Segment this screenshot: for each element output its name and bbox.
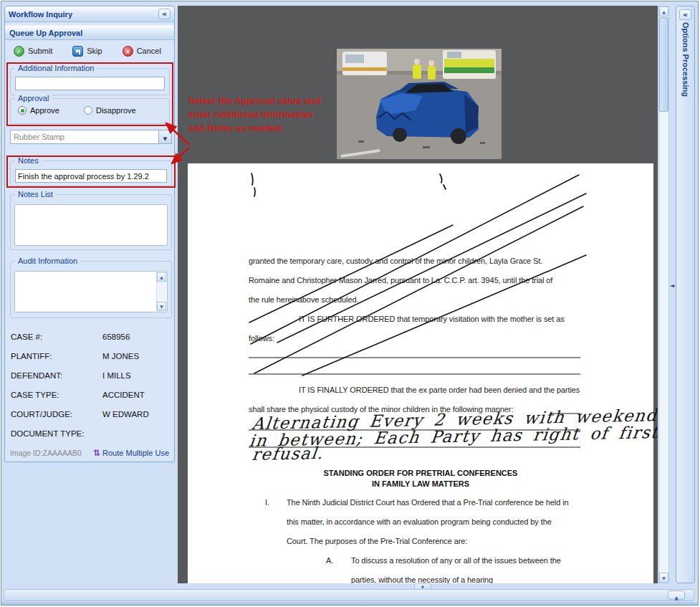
route-multiple-use-label: Route Multiple Use bbox=[102, 449, 169, 457]
additional-information-input[interactable] bbox=[15, 77, 165, 90]
window-bottom-edge bbox=[1, 602, 698, 606]
plaintiff-label: PLANTIFF: bbox=[11, 352, 102, 360]
case-number-row: CASE #: 658956 bbox=[11, 327, 170, 346]
notes-legend: Notes bbox=[15, 156, 42, 165]
submit-check-icon: ✓ bbox=[14, 46, 24, 57]
case-details: CASE #: 658956 PLANTIFF: M JONES DEFENDA… bbox=[11, 327, 170, 443]
audit-information-legend: Audit Information bbox=[15, 257, 80, 265]
disapprove-radio-dot bbox=[84, 106, 92, 115]
plaintiff-value: M JONES bbox=[102, 352, 170, 360]
scroll-down-icon[interactable]: ▼ bbox=[659, 573, 668, 583]
handwriting-line: refusal. bbox=[251, 444, 325, 464]
document-line: IT IS FURTHER ORDERED that temporary vis… bbox=[299, 315, 565, 323]
audit-information-box[interactable]: ▲ ▼ bbox=[14, 271, 168, 312]
approval-legend: Approval bbox=[15, 94, 52, 102]
skip-button[interactable]: ▶ Skip bbox=[72, 46, 102, 57]
dropdown-button[interactable]: ▼ bbox=[158, 130, 171, 143]
document-line: IT IS FINALLY ORDERED that the ex parte … bbox=[299, 386, 580, 394]
case-number-value: 658956 bbox=[102, 333, 170, 341]
notes-list-fieldset: Notes List bbox=[10, 194, 172, 250]
route-multiple-use-button[interactable]: ⇅ Route Multiple Use bbox=[93, 448, 169, 458]
collapse-up-button[interactable]: « bbox=[668, 591, 685, 600]
document-line: To discuss a resolution of any or all of… bbox=[351, 556, 561, 565]
vehicle-accident-photo bbox=[337, 49, 502, 159]
approve-label: Approve bbox=[30, 106, 59, 115]
approve-radio[interactable]: Approve bbox=[18, 106, 59, 115]
defendant-row: DEFENDANT: I MILLS bbox=[11, 365, 170, 385]
approval-radio-group: Approve Disapprove bbox=[18, 106, 136, 115]
queue-up-approval-header: Queue Up Approval bbox=[5, 25, 174, 40]
accident-photo-graphic bbox=[337, 49, 502, 159]
list-letter: A. bbox=[326, 556, 333, 565]
case-type-value: ACCIDENT bbox=[102, 391, 170, 399]
notes-fieldset: Notes bbox=[10, 161, 172, 186]
approve-radio-dot bbox=[18, 106, 27, 115]
panel-title: Workflow Inquiry bbox=[9, 10, 72, 19]
scrollbar-thumb[interactable] bbox=[659, 17, 668, 112]
collapse-left-icon[interactable]: « bbox=[158, 9, 171, 19]
court-judge-row: COURT/JUDGE: W EDWARD bbox=[11, 404, 170, 424]
court-judge-value: W EDWARD bbox=[102, 410, 170, 419]
scroll-up-icon[interactable]: ▲ bbox=[157, 272, 166, 282]
cancel-label: Cancel bbox=[137, 47, 161, 55]
plaintiff-row: PLANTIFF: M JONES bbox=[11, 346, 170, 365]
cancel-x-icon: × bbox=[123, 46, 133, 57]
approval-toolbar: ✓ Submit ▶ Skip × Cancel bbox=[5, 42, 174, 59]
cancel-button[interactable]: × Cancel bbox=[123, 46, 161, 57]
document-heading: IN FAMILY LAW MATTERS bbox=[188, 479, 653, 488]
image-id-text: Image ID:ZAAAAAB0 bbox=[10, 449, 82, 457]
document-page: granted the temporary care, custody and … bbox=[188, 163, 653, 583]
case-type-label: CASE TYPE: bbox=[11, 391, 102, 399]
panel-footer: Image ID:ZAAAAAB0 ⇅ Route Multiple Use bbox=[5, 445, 174, 461]
viewer-scrollbar[interactable]: ▲ ▼ bbox=[658, 6, 669, 583]
audit-scrollbar[interactable]: ▲ ▼ bbox=[156, 272, 166, 311]
case-type-row: CASE TYPE: ACCIDENT bbox=[11, 385, 170, 404]
rubber-stamp-value: Rubber Stamp bbox=[11, 130, 158, 143]
queue-up-approval-title: Queue Up Approval bbox=[9, 29, 82, 37]
notes-list-legend: Notes List bbox=[15, 190, 56, 199]
document-line: the rule hereinabove scheduled. bbox=[249, 295, 358, 304]
disapprove-label: Disapprove bbox=[96, 106, 136, 115]
document-heading: STANDING ORDER FOR PRETRIAL CONFERENCES bbox=[188, 469, 653, 477]
document-type-row: DOCUMENT TYPE: bbox=[11, 424, 170, 443]
bottom-bar: « bbox=[4, 589, 694, 601]
collapse-up-icon: « bbox=[673, 596, 681, 601]
additional-information-fieldset: Additional Information bbox=[10, 68, 170, 95]
skip-label: Skip bbox=[87, 47, 102, 55]
submit-button[interactable]: ✓ Submit bbox=[14, 46, 52, 57]
workflow-inquiry-header: Workflow Inquiry « bbox=[5, 6, 174, 22]
skip-icon: ▶ bbox=[72, 46, 83, 57]
case-number-label: CASE #: bbox=[11, 333, 102, 341]
scroll-down-icon[interactable]: ▼ bbox=[157, 302, 166, 311]
defendant-value: I MILLS bbox=[102, 371, 170, 380]
document-line: parties, without the necessity of a hear… bbox=[351, 575, 493, 583]
scroll-up-icon[interactable]: ▲ bbox=[659, 6, 668, 16]
additional-information-legend: Additional Information bbox=[15, 64, 97, 72]
chevron-down-icon: ▼ bbox=[163, 136, 167, 142]
document-line: granted the temporary care, custody and … bbox=[249, 257, 542, 265]
audit-information-fieldset: Audit Information ▲ ▼ bbox=[10, 261, 172, 318]
defendant-label: DEFENDANT: bbox=[11, 371, 102, 380]
rubber-stamp-dropdown[interactable]: Rubber Stamp ▼ bbox=[10, 130, 172, 144]
notes-list-box[interactable] bbox=[14, 204, 168, 246]
annotation-note: Select the Approval value and enter Addi… bbox=[188, 94, 329, 135]
document-type-label: DOCUMENT TYPE: bbox=[11, 429, 102, 438]
document-viewer[interactable]: Select the Approval value and enter Addi… bbox=[178, 6, 658, 583]
approval-fieldset: Approval Approve Disapprove bbox=[10, 98, 170, 124]
right-splitter-collapse-icon[interactable]: ◄ bbox=[670, 282, 674, 289]
workflow-inquiry-panel: Workflow Inquiry « Queue Up Approval ✓ S… bbox=[4, 6, 175, 462]
options-processing-tab[interactable]: « Options Processing bbox=[676, 6, 695, 583]
document-line: The Ninth Judicial District Court has Or… bbox=[287, 498, 569, 507]
document-line: this matter, in accordance with an evalu… bbox=[287, 517, 552, 526]
list-numeral: I. bbox=[265, 498, 269, 507]
document-line: Court. The purposes of the Pre-Trial Con… bbox=[287, 537, 467, 545]
document-line: follows: bbox=[249, 334, 274, 343]
disapprove-radio[interactable]: Disapprove bbox=[84, 106, 136, 115]
submit-label: Submit bbox=[28, 47, 52, 55]
notes-input[interactable] bbox=[15, 169, 167, 183]
route-icon: ⇅ bbox=[93, 448, 100, 458]
application-window: Workflow Inquiry « Queue Up Approval ✓ S… bbox=[1, 1, 699, 606]
expand-left-icon[interactable]: « bbox=[679, 9, 691, 20]
document-line: Romaine and Christopher Mason Jarred, pu… bbox=[249, 276, 552, 285]
court-judge-label: COURT/JUDGE: bbox=[11, 410, 102, 419]
